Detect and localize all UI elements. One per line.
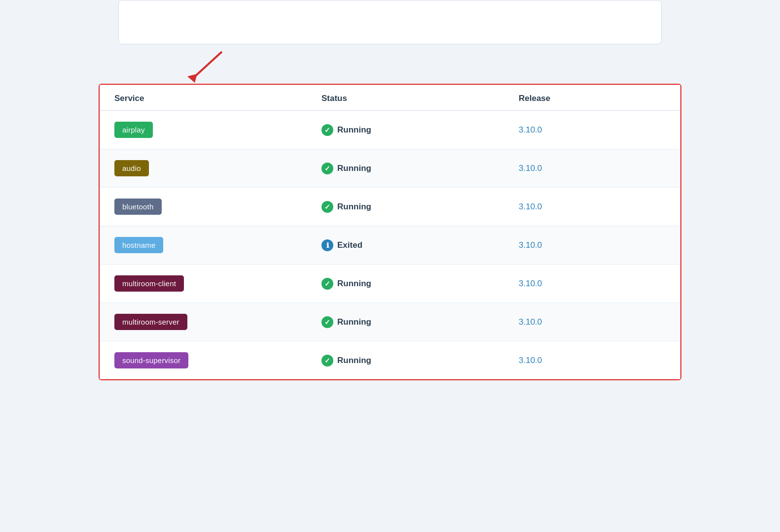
arrow-icon [177,49,237,84]
release-cell: 3.10.0 [519,202,617,212]
arrow-annotation [118,44,662,84]
table-row: multiroom-serverRunning3.10.0 [100,303,680,341]
status-text: Running [337,317,371,327]
table-row: audioRunning3.10.0 [100,149,680,188]
service-badge-sound-supervisor[interactable]: sound-supervisor [114,352,188,368]
service-badge-multiroom-server[interactable]: multiroom-server [114,314,187,330]
service-cell: audio [114,160,321,176]
running-icon [321,163,333,174]
status-text: Running [337,125,371,135]
release-cell: 3.10.0 [519,164,617,173]
services-table-card: Service Status Release airplayRunning3.1… [99,84,681,380]
release-cell: 3.10.0 [519,317,617,327]
col-header-release: Release [519,94,617,103]
exited-icon: ℹ [321,239,333,251]
table-row: airplayRunning3.10.0 [100,111,680,149]
running-icon [321,124,333,136]
table-body: airplayRunning3.10.0audioRunning3.10.0bl… [100,111,680,379]
running-icon [321,278,333,290]
table-header: Service Status Release [100,85,680,111]
status-text: Exited [337,240,362,250]
service-badge-bluetooth[interactable]: bluetooth [114,199,162,215]
release-cell: 3.10.0 [519,125,617,135]
service-cell: airplay [114,122,321,138]
table-row: hostnameℹExited3.10.0 [100,226,680,265]
service-badge-airplay[interactable]: airplay [114,122,153,138]
status-text: Running [337,279,371,289]
status-text: Running [337,164,371,173]
col-header-service: Service [114,94,321,103]
status-cell: Running [321,201,519,213]
svg-marker-1 [187,74,197,83]
status-cell: Running [321,124,519,136]
service-badge-multiroom-client[interactable]: multiroom-client [114,275,184,292]
release-cell: 3.10.0 [519,240,617,250]
running-icon [321,201,333,213]
release-cell: 3.10.0 [519,356,617,366]
service-cell: bluetooth [114,199,321,215]
release-cell: 3.10.0 [519,279,617,289]
status-text: Running [337,356,371,366]
service-badge-hostname[interactable]: hostname [114,237,163,253]
status-cell: Running [321,278,519,290]
running-icon [321,316,333,328]
status-cell: Running [321,355,519,366]
status-text: Running [337,202,371,212]
table-row: bluetoothRunning3.10.0 [100,188,680,226]
service-cell: multiroom-client [114,275,321,292]
running-icon [321,355,333,366]
status-cell: Running [321,316,519,328]
page-wrapper: Service Status Release airplayRunning3.1… [0,0,780,532]
status-cell: ℹExited [321,239,519,251]
service-badge-audio[interactable]: audio [114,160,149,176]
top-card [118,0,662,44]
col-header-status: Status [321,94,519,103]
table-row: multiroom-clientRunning3.10.0 [100,265,680,303]
service-cell: sound-supervisor [114,352,321,368]
status-cell: Running [321,163,519,174]
table-row: sound-supervisorRunning3.10.0 [100,341,680,379]
service-cell: multiroom-server [114,314,321,330]
service-cell: hostname [114,237,321,253]
